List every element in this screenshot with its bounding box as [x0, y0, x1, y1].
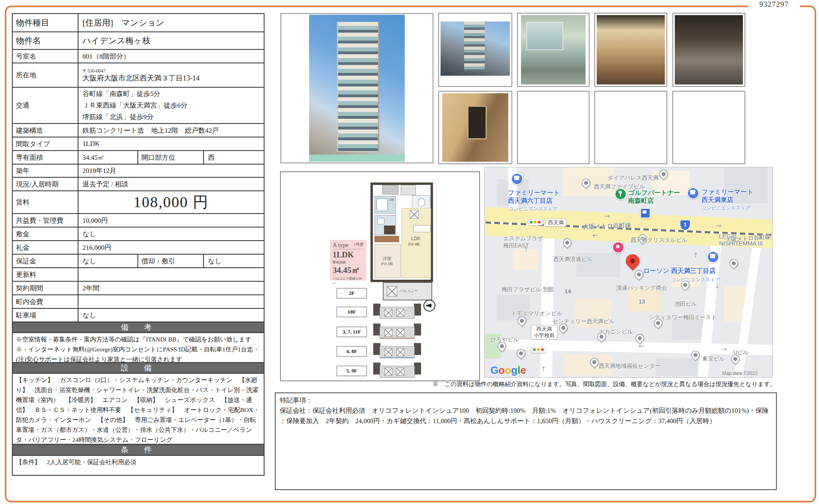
- balcony-glass: [526, 22, 563, 50]
- map-label: 南森町店: [628, 197, 654, 205]
- row-label: 専有面積: [13, 151, 78, 164]
- row-value: 退去予定 / 相談: [78, 178, 264, 190]
- unit-type: A type: [333, 242, 349, 248]
- photo-cell-2: [517, 13, 590, 87]
- row-label: 物件名: [13, 32, 78, 49]
- floor-plan-box: UB 洋室 約4.1帖 LDK 約9.4帖 バルコニー: [280, 171, 480, 381]
- table-row: 駐車場 なし: [13, 308, 264, 322]
- table-row: 物件種目 [住居用] マンション: [13, 14, 264, 31]
- map-label: 池田ビル: [674, 300, 697, 308]
- photo-intercom-detail: [442, 93, 508, 162]
- map-label: ナカニシビル: [599, 328, 633, 335]
- map-label: コンビニエンスストア: [701, 205, 750, 212]
- photo-cell-main: [280, 13, 433, 163]
- map-label: Uビル: [733, 349, 749, 356]
- balcony-section-diagram: [373, 363, 421, 379]
- unit-balcony-area: バルコニー面積 6.39㎡: [333, 277, 364, 285]
- section-wall: [414, 304, 421, 316]
- lawson-store-icon: [707, 251, 719, 263]
- map-label: 西天満浪速ビル: [553, 256, 593, 263]
- traffic-light-icon: [531, 347, 546, 353]
- traffic-light-icon: [528, 219, 543, 226]
- map-building: [672, 319, 704, 339]
- access-line: 谷町線「南森町」徒歩5分: [82, 88, 161, 100]
- unit-area-label: 専有面積: [333, 260, 364, 265]
- google-letter: o: [498, 364, 505, 376]
- table-row: 所在地 〒530-0047 大阪府大阪市北区西天満３丁目13-14: [13, 63, 264, 87]
- floorplan-unit-outline: UB 洋室 約4.1帖 LDK 約9.4帖: [370, 182, 433, 282]
- disclaimer-note: ※ この資料は物件の概略紹介資料になります。写真、間取図面、設備、概要などが現況…: [275, 380, 776, 388]
- row-label: 契約期間: [13, 282, 78, 294]
- intercom-panel: [467, 106, 487, 139]
- equipment-text: 【キッチン】 ガスコンロ（2口）・システムキッチン・カウンターキッチン 【水廻り…: [13, 374, 264, 444]
- unit-room-no: 1号室: [354, 242, 364, 247]
- balcony-section-diagram: [373, 343, 421, 360]
- section-wall: [414, 363, 421, 375]
- bus-stop-icon: [640, 208, 650, 218]
- row-label: 駐車場: [13, 309, 78, 322]
- section-wall: [414, 324, 421, 335]
- familymart-store-icon: [511, 173, 523, 185]
- row-value: [住居用] マンション: [78, 14, 264, 31]
- access-line: ＪＲ東西線「大阪天満宮」徒歩6分: [82, 100, 188, 111]
- map-label: 西天満東店: [701, 196, 733, 204]
- table-row: 間取タイプ 1LDK: [13, 137, 264, 150]
- table-row: 敷金 なし: [13, 227, 264, 240]
- map-label: ファミリーマート: [508, 189, 560, 197]
- row-value-2: なし: [204, 255, 264, 267]
- map-label: LEGAL: [719, 233, 738, 239]
- row-label: 物件種目: [13, 14, 78, 31]
- map-road: [540, 227, 555, 378]
- photo-cell-3: [594, 13, 667, 87]
- photo-building-lowangle: [441, 22, 510, 76]
- special-notes-line2: ：保険要加入 2年契約 24,000円・カギ鍵交換代：11,000円・髙松あんし…: [280, 416, 772, 426]
- map-label: シティタワー梅田イースト: [649, 314, 717, 321]
- floorplan-hall: [374, 236, 399, 242]
- row-label: 現況/入居時期: [13, 178, 78, 190]
- table-row: 号室名 801（8階部分）: [13, 49, 264, 63]
- nishitemma-sign: 西天満: [545, 219, 566, 227]
- row-value: [78, 295, 264, 308]
- row-label: 敷金: [13, 227, 78, 240]
- ldk-size: 約9.4帖: [408, 242, 420, 247]
- photo-balcony-greenery: [521, 15, 586, 84]
- map-label: ひろやビル: [490, 336, 519, 343]
- row-label: 間取タイプ: [13, 137, 78, 150]
- photo-cell-empty-3: [672, 91, 745, 164]
- map-label: エステムプラザ: [503, 235, 543, 242]
- google-letter: e: [520, 364, 526, 376]
- map-label: 西天満六丁目店: [508, 197, 553, 205]
- bedroom-label: 洋室: [378, 256, 397, 262]
- road-arrow-icon: →: [604, 212, 610, 220]
- section-panel: [384, 309, 392, 317]
- map-label: ダイアパレス西天満: [607, 175, 658, 182]
- row-label-2: 開口部方位: [138, 151, 204, 164]
- map-label: トモエマリオンビル: [511, 310, 562, 317]
- floor-box-5-9f: 5, 9F: [337, 366, 367, 376]
- bathtub: [376, 198, 388, 211]
- row-label: 礼金: [13, 241, 78, 254]
- balcony-section-diagram: [373, 324, 421, 340]
- remarks-text: ※空室情報・募集条件・案内方法等の確認は『ITANDI BB』で確認をお願い致し…: [13, 333, 264, 362]
- row-value: [78, 268, 264, 281]
- equipment-row: 【キッチン】 ガスコンロ（2口）・システムキッチン・カウンターキッチン 【水廻り…: [13, 373, 264, 444]
- row-label: 共益費・管理費: [13, 214, 78, 227]
- map-label: 西天満クリスタルビル: [631, 237, 687, 244]
- photo-cell-empty-1: [517, 91, 590, 164]
- table-row: 更新料: [13, 267, 264, 281]
- section-header-remarks: 備 考: [13, 322, 264, 332]
- row-value: 2019年12月: [78, 165, 264, 177]
- section-panel: [396, 368, 404, 376]
- photo-cell-4: [672, 13, 745, 87]
- balcony-panel: [387, 286, 397, 296]
- building-facade: [337, 22, 380, 151]
- map-label: NISHITEMMA III: [719, 240, 763, 247]
- map-label: 梅田プラザビル 別館: [502, 286, 554, 293]
- bedroom-size: 約4.1帖: [376, 261, 398, 267]
- road-arrow-icon: ↑: [541, 365, 546, 373]
- property-table: 物件種目 [住居用] マンション 物件名 ハイデンス梅ヶ枝 号室名 801（8階…: [12, 13, 265, 476]
- row-label: 所在地: [13, 63, 78, 87]
- special-notes-box: 特記事項： 保証会社：保証会社利用必須 オリコフォレントインシュア100 初回契…: [275, 392, 777, 490]
- school-sign: 西天満 小学校前: [531, 325, 557, 339]
- special-notes-line1: 保証会社：保証会社利用必須 オリコフォレントインシュア100 初回契約時:100…: [280, 406, 772, 416]
